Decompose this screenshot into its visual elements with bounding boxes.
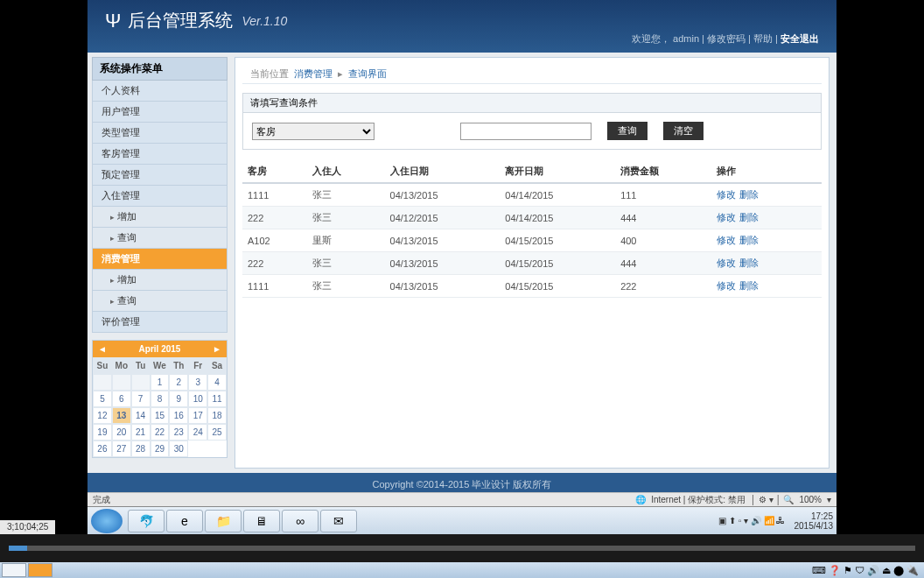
- tray-clock[interactable]: 17:25 2015/4/13: [794, 511, 834, 531]
- username-link[interactable]: admin: [673, 33, 699, 44]
- edit-link[interactable]: 修改: [717, 257, 736, 268]
- cal-day[interactable]: 5: [93, 391, 112, 407]
- edit-link[interactable]: 修改: [717, 280, 736, 291]
- logout-link[interactable]: 安全退出: [780, 33, 819, 44]
- sidebar-subitem[interactable]: 增加: [92, 270, 228, 291]
- table-cell: 1111: [242, 183, 307, 207]
- cal-next-icon[interactable]: ►: [213, 344, 221, 354]
- cal-day[interactable]: 23: [169, 424, 188, 441]
- cal-day[interactable]: 18: [207, 407, 227, 424]
- tray-icons[interactable]: ▣ ⬆ ▫ ▾ 🔊 📶 🖧: [718, 516, 785, 525]
- cal-day[interactable]: 15: [150, 407, 170, 424]
- cal-day[interactable]: 13: [112, 407, 131, 424]
- search-input[interactable]: [460, 123, 592, 140]
- cal-day[interactable]: 24: [188, 424, 207, 441]
- table-cell: 04/14/2015: [500, 183, 615, 207]
- table-row: A102里斯04/13/201504/15/2015400修改删除: [242, 229, 822, 252]
- app-header: Ψ 后台管理系统 Ver.1.10 欢迎您， admin | 修改密码 | 帮助…: [88, 0, 836, 53]
- sidebar-subitem[interactable]: 查询: [92, 228, 228, 249]
- taskbar-app-4[interactable]: 🖥: [243, 510, 280, 532]
- search-panel-title: 请填写查询条件: [243, 94, 821, 113]
- table-header: 消费金额: [615, 160, 711, 183]
- delete-link[interactable]: 删除: [739, 257, 759, 268]
- cal-day[interactable]: 7: [131, 391, 150, 407]
- sidebar-item[interactable]: 预定管理: [92, 165, 228, 186]
- cal-day[interactable]: 20: [112, 424, 131, 441]
- sidebar-item[interactable]: 消费管理: [92, 249, 228, 270]
- table-actions: 修改删除: [711, 229, 822, 252]
- cal-day[interactable]: 26: [93, 441, 112, 457]
- app-title: 后台管理系统: [128, 9, 233, 32]
- sidebar-item[interactable]: 类型管理: [92, 123, 228, 144]
- clear-button[interactable]: 清空: [663, 122, 704, 140]
- cal-day[interactable]: 28: [131, 441, 150, 457]
- host-app-2[interactable]: [28, 563, 52, 577]
- sidebar-item[interactable]: 入住管理: [92, 186, 228, 207]
- table-actions: 修改删除: [711, 183, 822, 207]
- taskbar-ie[interactable]: e: [166, 510, 203, 532]
- breadcrumb: 当前位置 消费管理 ▸ 查询界面: [242, 65, 822, 84]
- breadcrumb-l1[interactable]: 消费管理: [294, 68, 332, 79]
- sidebar-item[interactable]: 用户管理: [92, 102, 228, 123]
- change-password-link[interactable]: 修改密码: [707, 33, 746, 44]
- cal-day[interactable]: 8: [150, 391, 170, 407]
- cal-day[interactable]: 27: [112, 441, 131, 457]
- cal-day[interactable]: 9: [169, 391, 188, 407]
- taskbar-app-1[interactable]: 🐬: [128, 510, 164, 532]
- cal-day[interactable]: 11: [207, 391, 227, 407]
- edit-link[interactable]: 修改: [717, 235, 736, 245]
- cal-day[interactable]: 1: [150, 374, 170, 391]
- cal-day[interactable]: 25: [207, 424, 227, 441]
- cal-prev-icon[interactable]: ◄: [98, 344, 107, 354]
- edit-link[interactable]: 修改: [717, 189, 736, 200]
- video-controls: 3;10;04;25: [0, 534, 924, 562]
- cal-day[interactable]: 17: [188, 407, 207, 424]
- host-tray-icons[interactable]: ⌨ ❓ ⚑ 🛡 🔊 ⏏ ⬤ 🔌: [812, 565, 919, 576]
- delete-link[interactable]: 删除: [739, 235, 759, 245]
- cal-day[interactable]: 6: [112, 391, 131, 407]
- table-actions: 修改删除: [711, 275, 822, 298]
- sidebar-item[interactable]: 评价管理: [92, 312, 228, 333]
- table-cell: 222: [242, 252, 307, 275]
- cal-day[interactable]: 29: [150, 441, 170, 457]
- table-cell: 1111: [242, 275, 307, 298]
- table-header: 客房: [242, 160, 307, 183]
- table-cell: 04/15/2015: [500, 252, 615, 275]
- delete-link[interactable]: 删除: [739, 212, 759, 222]
- cal-day[interactable]: 14: [131, 407, 150, 424]
- table-cell: 里斯: [307, 229, 384, 252]
- edit-link[interactable]: 修改: [717, 212, 736, 222]
- table-cell: 04/15/2015: [500, 229, 615, 252]
- video-seek-slider[interactable]: [9, 546, 915, 551]
- taskbar-explorer[interactable]: 📁: [205, 510, 242, 532]
- sidebar-subitem[interactable]: 查询: [92, 291, 228, 312]
- sidebar-item[interactable]: 个人资料: [92, 81, 228, 102]
- cal-day[interactable]: 4: [207, 374, 227, 391]
- cal-day[interactable]: 16: [169, 407, 188, 424]
- breadcrumb-l2[interactable]: 查询界面: [348, 68, 387, 79]
- host-app-1[interactable]: [2, 563, 26, 577]
- delete-link[interactable]: 删除: [739, 280, 759, 291]
- sidebar-item[interactable]: 客房管理: [92, 144, 228, 165]
- start-button[interactable]: [91, 509, 122, 533]
- query-button[interactable]: 查询: [607, 122, 648, 140]
- search-field-select[interactable]: 客房: [252, 123, 374, 140]
- zoom-dropdown-icon[interactable]: ▾: [827, 495, 831, 504]
- cal-day[interactable]: 21: [131, 424, 150, 441]
- delete-link[interactable]: 删除: [739, 189, 759, 200]
- cal-day[interactable]: 30: [169, 441, 188, 457]
- sidebar-subitem[interactable]: 增加: [92, 207, 228, 228]
- help-link[interactable]: 帮助: [753, 33, 773, 44]
- status-zoom: 100%: [799, 495, 822, 504]
- cal-day[interactable]: 2: [169, 374, 188, 391]
- table-cell: 04/13/2015: [385, 183, 500, 207]
- cal-day[interactable]: 22: [150, 424, 170, 441]
- cal-day[interactable]: 12: [93, 407, 112, 424]
- cal-day[interactable]: 10: [188, 391, 207, 407]
- taskbar-app-5[interactable]: ∞: [282, 510, 318, 532]
- cal-day[interactable]: 3: [188, 374, 207, 391]
- welcome-text: 欢迎您，: [632, 33, 670, 44]
- taskbar-app-6[interactable]: ✉: [320, 510, 357, 532]
- cal-day[interactable]: 19: [93, 424, 112, 441]
- table-row: 1111张三04/13/201504/14/2015111修改删除: [242, 183, 822, 207]
